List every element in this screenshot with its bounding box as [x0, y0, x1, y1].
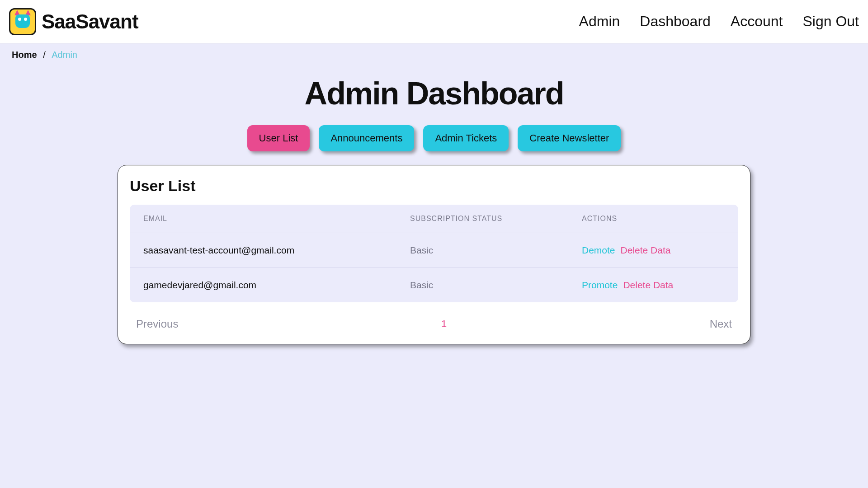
cell-email: saasavant-test-account@gmail.com [143, 245, 410, 256]
pagination-next[interactable]: Next [710, 318, 732, 330]
tab-admin-tickets[interactable]: Admin Tickets [423, 125, 509, 151]
nav-dashboard[interactable]: Dashboard [640, 13, 711, 30]
table-header-row: EMAIL SUBSCRIPTION STATUS ACTIONS [130, 205, 738, 233]
nav-account[interactable]: Account [731, 13, 783, 30]
top-nav: Admin Dashboard Account Sign Out [579, 13, 859, 30]
cell-email: gamedevjared@gmail.com [143, 280, 410, 291]
breadcrumb-home[interactable]: Home [12, 50, 37, 60]
pagination: Previous 1 Next [130, 313, 738, 332]
header: SaaSavant Admin Dashboard Account Sign O… [0, 0, 868, 43]
user-list-card: User List EMAIL SUBSCRIPTION STATUS ACTI… [118, 165, 750, 344]
action-demote[interactable]: Demote [582, 245, 615, 256]
nav-signout[interactable]: Sign Out [802, 13, 859, 30]
action-delete[interactable]: Delete Data [621, 245, 671, 256]
breadcrumb-separator: / [43, 50, 46, 60]
logo-icon [9, 8, 36, 35]
tab-user-list[interactable]: User List [247, 125, 310, 151]
pagination-prev[interactable]: Previous [136, 318, 178, 330]
col-header-email: EMAIL [143, 215, 410, 223]
col-header-status: SUBSCRIPTION STATUS [410, 215, 582, 223]
brand-name: SaaSavant [42, 10, 138, 33]
table-row: saasavant-test-account@gmail.com Basic D… [130, 233, 738, 268]
page-title: Admin Dashboard [0, 75, 868, 112]
breadcrumb-current: Admin [52, 50, 77, 60]
action-promote[interactable]: Promote [582, 280, 618, 291]
brand[interactable]: SaaSavant [9, 8, 138, 35]
action-delete[interactable]: Delete Data [623, 280, 673, 291]
table-row: gamedevjared@gmail.com Basic Promote Del… [130, 268, 738, 302]
card-title: User List [130, 177, 738, 195]
cell-status: Basic [410, 280, 582, 291]
cell-actions: Demote Delete Data [582, 245, 725, 256]
tab-create-newsletter[interactable]: Create Newsletter [518, 125, 621, 151]
cell-status: Basic [410, 245, 582, 256]
nav-admin[interactable]: Admin [579, 13, 620, 30]
pagination-page[interactable]: 1 [441, 318, 447, 330]
col-header-actions: ACTIONS [582, 215, 725, 223]
cell-actions: Promote Delete Data [582, 280, 725, 291]
admin-tabs: User List Announcements Admin Tickets Cr… [0, 125, 868, 151]
breadcrumb: Home / Admin [0, 43, 868, 66]
user-table: EMAIL SUBSCRIPTION STATUS ACTIONS saasav… [130, 205, 738, 302]
tab-announcements[interactable]: Announcements [319, 125, 414, 151]
